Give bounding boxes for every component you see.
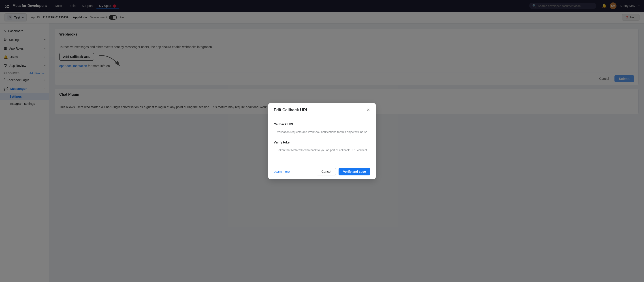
modal-body: Callback URL Verify token	[268, 117, 376, 164]
modal-footer: Learn more Cancel Verify and save	[268, 164, 376, 179]
modal-footer-right: Cancel Verify and save	[317, 168, 370, 175]
verify-token-label: Verify token	[274, 141, 370, 144]
modal-overlay[interactable]: Edit Callback URL ✕ Callback URL Verify …	[0, 0, 644, 282]
verify-token-input[interactable]	[274, 146, 370, 154]
modal-header: Edit Callback URL ✕	[268, 103, 376, 117]
edit-callback-url-modal: Edit Callback URL ✕ Callback URL Verify …	[268, 103, 376, 179]
callback-url-input[interactable]	[274, 128, 370, 136]
modal-close-button[interactable]: ✕	[366, 108, 370, 112]
modal-title: Edit Callback URL	[274, 108, 308, 112]
modal-verify-save-button[interactable]: Verify and save	[338, 168, 370, 175]
callback-url-group: Callback URL	[274, 123, 370, 136]
modal-cancel-button[interactable]: Cancel	[317, 168, 336, 175]
modal-learn-more-link[interactable]: Learn more	[274, 170, 290, 173]
callback-url-label: Callback URL	[274, 123, 370, 126]
verify-token-group: Verify token	[274, 141, 370, 154]
